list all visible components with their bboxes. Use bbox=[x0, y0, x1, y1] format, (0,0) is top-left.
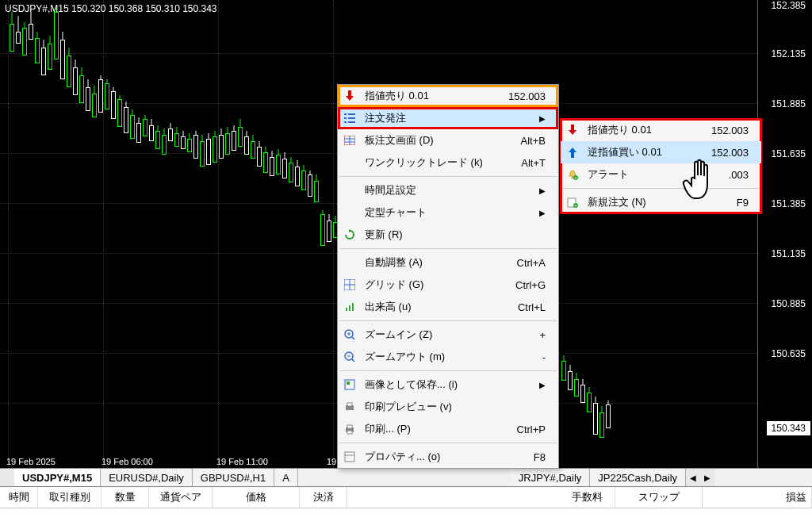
tab-partial[interactable]: A bbox=[274, 469, 298, 486]
grid-line bbox=[218, 0, 219, 468]
menu-label: 更新 (R) bbox=[365, 228, 546, 242]
menu-label: 時間足設定 bbox=[365, 183, 523, 197]
chart-title: USDJPY#,M15 150.320 150.368 150.310 150.… bbox=[5, 3, 217, 14]
menu-shortcut: - bbox=[542, 351, 546, 363]
menu-label: ワンクリックトレード (k) bbox=[365, 155, 502, 170]
menu-label: ズームアウト (m) bbox=[365, 350, 523, 364]
submenu-buy-stop[interactable]: 逆指値買い 0.01 152.003 bbox=[561, 141, 761, 163]
svg-rect-4 bbox=[344, 117, 347, 119]
col-profit[interactable]: 損益 bbox=[703, 487, 812, 508]
svg-line-24 bbox=[352, 359, 354, 362]
menu-order[interactable]: 注文発注 ▶ bbox=[338, 107, 558, 129]
menu-grid[interactable]: グリッド (G) Ctrl+G bbox=[338, 274, 558, 296]
menu-save-image[interactable]: 画像として保存... (i) ▶ bbox=[338, 374, 558, 396]
price-label: 151.385 bbox=[772, 198, 806, 209]
arrow-down-icon bbox=[341, 89, 358, 103]
col-volume[interactable]: 数量 bbox=[102, 487, 149, 508]
menu-label: ズームイン (Z) bbox=[365, 328, 520, 342]
table-header-row: 時間 取引種別 数量 通貨ペア 価格 決済 手数料 スワップ 損益 bbox=[0, 487, 812, 508]
menu-separator bbox=[339, 370, 557, 371]
print-icon bbox=[341, 422, 358, 436]
price-label: 152.385 bbox=[772, 0, 806, 11]
arrow-up-icon bbox=[564, 145, 581, 159]
tab-usdjpy[interactable]: USDJPY#,M15 bbox=[14, 469, 101, 486]
svg-rect-18 bbox=[352, 303, 354, 311]
tab-scroll-right-btn[interactable]: ▶ bbox=[700, 469, 714, 486]
tab-scroll-left[interactable] bbox=[0, 469, 14, 486]
grid-icon bbox=[341, 133, 358, 148]
tab-eurusd[interactable]: EURUSD#,Daily bbox=[101, 469, 193, 486]
context-menu-order[interactable]: 指値売り 0.01 152.003 逆指値買い 0.01 152.003 + ア… bbox=[560, 118, 762, 214]
price-label: 151.635 bbox=[772, 148, 806, 159]
menu-label: 出来高 (u) bbox=[365, 300, 499, 314]
menu-properties[interactable]: プロパティ... (o) F8 bbox=[338, 446, 558, 468]
col-close[interactable]: 決済 bbox=[300, 487, 347, 508]
menu-auto-adjust[interactable]: 自動調整 (A) Ctrl+A bbox=[338, 251, 558, 274]
svg-rect-7 bbox=[348, 121, 355, 123]
menu-shortcut: F9 bbox=[737, 197, 749, 209]
menu-shortcut: Alt+T bbox=[521, 157, 546, 169]
tab-jp225[interactable]: JP225Cash,Daily bbox=[590, 469, 686, 486]
col-type[interactable]: 取引種別 bbox=[38, 487, 102, 508]
menu-separator bbox=[339, 443, 557, 443]
svg-rect-32 bbox=[347, 431, 352, 434]
menu-label: 印刷プレビュー (v) bbox=[365, 400, 546, 414]
context-menu-main[interactable]: 指値売り 0.01 152.003 注文発注 ▶ 板注文画面 (D) Alt+B… bbox=[337, 84, 559, 469]
menu-template[interactable]: 定型チャート ▶ bbox=[338, 201, 558, 224]
grid-icon bbox=[341, 278, 358, 292]
zoom-in-icon bbox=[341, 328, 358, 342]
grid-line bbox=[8, 0, 9, 468]
svg-rect-3 bbox=[348, 113, 355, 115]
col-time[interactable]: 時間 bbox=[0, 487, 38, 508]
tab-gbpusd[interactable]: GBPUSD#,H1 bbox=[193, 469, 274, 486]
svg-rect-0 bbox=[348, 90, 351, 96]
col-commission[interactable]: 手数料 bbox=[560, 487, 615, 508]
menu-depth[interactable]: 板注文画面 (D) Alt+B bbox=[338, 129, 558, 151]
menu-print[interactable]: 印刷... (P) Ctrl+P bbox=[338, 418, 558, 440]
menu-shortcut: Ctrl+G bbox=[515, 279, 546, 291]
svg-rect-29 bbox=[347, 403, 352, 406]
price-axis: 152.385 152.135 151.885 151.635 151.385 … bbox=[757, 0, 812, 468]
refresh-icon bbox=[341, 228, 358, 242]
col-symbol[interactable]: 通貨ペア bbox=[149, 487, 213, 508]
menu-print-preview[interactable]: 印刷プレビュー (v) bbox=[338, 396, 558, 418]
time-label: 19 Feb 2025 bbox=[6, 457, 56, 466]
submenu-alert[interactable]: + アラート .003 bbox=[561, 163, 761, 186]
svg-rect-2 bbox=[344, 113, 347, 115]
col-price[interactable]: 価格 bbox=[213, 487, 300, 508]
svg-rect-17 bbox=[349, 305, 350, 311]
chevron-right-icon: ▶ bbox=[539, 209, 546, 217]
menu-label: 自動調整 (A) bbox=[365, 255, 498, 270]
menu-volume[interactable]: 出来高 (u) Ctrl+L bbox=[338, 296, 558, 318]
menu-refresh[interactable]: 更新 (R) bbox=[338, 224, 558, 246]
tab-jrjpy[interactable]: JRJPY#,Daily bbox=[511, 469, 590, 486]
chevron-right-icon: ▶ bbox=[539, 186, 546, 195]
menu-value: 152.003 bbox=[508, 90, 546, 102]
properties-icon bbox=[341, 450, 358, 464]
menu-label: 指値売り 0.01 bbox=[588, 123, 695, 137]
price-label: 152.135 bbox=[772, 48, 806, 59]
menu-zoom-out[interactable]: ズームアウト (m) - bbox=[338, 346, 558, 368]
svg-rect-5 bbox=[348, 117, 355, 119]
svg-rect-31 bbox=[347, 425, 352, 428]
svg-rect-16 bbox=[346, 308, 347, 311]
svg-text:+: + bbox=[575, 203, 577, 208]
tab-scroll-left-btn[interactable]: ◀ bbox=[686, 469, 700, 486]
menu-label: 注文発注 bbox=[365, 111, 523, 125]
svg-marker-1 bbox=[346, 96, 354, 101]
chevron-right-icon: ▶ bbox=[539, 381, 546, 389]
menu-timeframe[interactable]: 時間足設定 ▶ bbox=[338, 179, 558, 201]
svg-line-20 bbox=[352, 337, 354, 339]
menu-label: プロパティ... (o) bbox=[365, 450, 515, 464]
menu-one-click[interactable]: ワンクリックトレード (k) Alt+T bbox=[338, 151, 558, 174]
menu-separator bbox=[562, 188, 760, 189]
menu-shortcut: Ctrl+A bbox=[517, 257, 546, 269]
menu-sell-limit[interactable]: 指値売り 0.01 152.003 bbox=[338, 85, 558, 107]
list-icon bbox=[341, 111, 358, 125]
submenu-sell-limit[interactable]: 指値売り 0.01 152.003 bbox=[561, 119, 761, 141]
col-swap[interactable]: スワップ bbox=[615, 487, 703, 508]
submenu-new-order[interactable]: + 新規注文 (N) F9 bbox=[561, 191, 761, 213]
menu-label: 定型チャート bbox=[365, 205, 523, 220]
menu-zoom-in[interactable]: ズームイン (Z) + bbox=[338, 324, 558, 346]
menu-shortcut: Alt+B bbox=[521, 135, 546, 147]
